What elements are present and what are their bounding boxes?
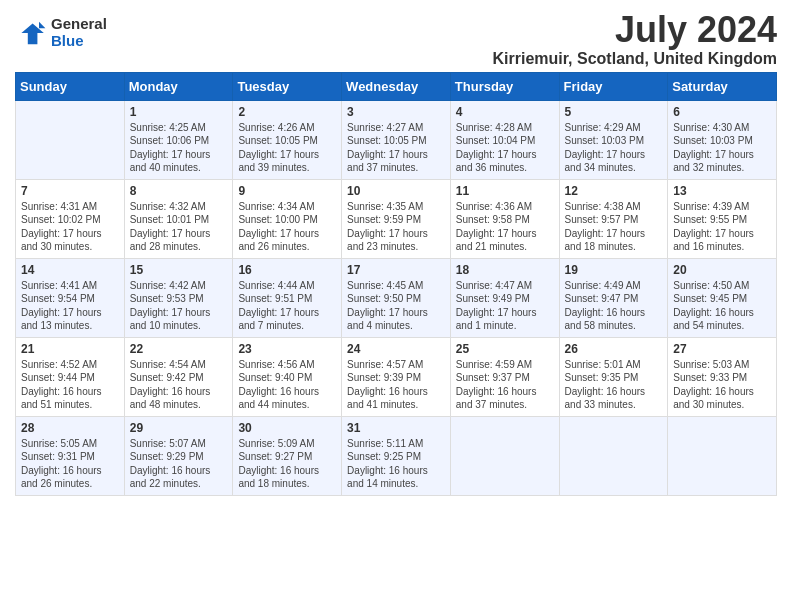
cell-content: Sunrise: 5:01 AM Sunset: 9:35 PM Dayligh…	[565, 358, 663, 412]
cell-content: Sunrise: 4:49 AM Sunset: 9:47 PM Dayligh…	[565, 279, 663, 333]
day-number: 27	[673, 342, 771, 356]
day-number: 26	[565, 342, 663, 356]
cell-content: Sunrise: 4:32 AM Sunset: 10:01 PM Daylig…	[130, 200, 228, 254]
location-subtitle: Kirriemuir, Scotland, United Kingdom	[493, 50, 777, 68]
cell-content: Sunrise: 4:25 AM Sunset: 10:06 PM Daylig…	[130, 121, 228, 175]
day-number: 12	[565, 184, 663, 198]
day-number: 7	[21, 184, 119, 198]
cell-content: Sunrise: 4:44 AM Sunset: 9:51 PM Dayligh…	[238, 279, 336, 333]
calendar-cell: 13Sunrise: 4:39 AM Sunset: 9:55 PM Dayli…	[668, 179, 777, 258]
calendar-week-row: 7Sunrise: 4:31 AM Sunset: 10:02 PM Dayli…	[16, 179, 777, 258]
cell-content: Sunrise: 4:45 AM Sunset: 9:50 PM Dayligh…	[347, 279, 445, 333]
cell-content: Sunrise: 5:05 AM Sunset: 9:31 PM Dayligh…	[21, 437, 119, 491]
calendar-body: 1Sunrise: 4:25 AM Sunset: 10:06 PM Dayli…	[16, 100, 777, 495]
calendar-cell: 3Sunrise: 4:27 AM Sunset: 10:05 PM Dayli…	[342, 100, 451, 179]
day-of-week-header: Saturday	[668, 72, 777, 100]
day-number: 4	[456, 105, 554, 119]
day-number: 6	[673, 105, 771, 119]
day-number: 21	[21, 342, 119, 356]
month-year-title: July 2024	[493, 10, 777, 50]
logo-icon	[15, 17, 47, 49]
logo-text: General Blue	[51, 16, 107, 49]
day-number: 31	[347, 421, 445, 435]
cell-content: Sunrise: 4:59 AM Sunset: 9:37 PM Dayligh…	[456, 358, 554, 412]
day-number: 16	[238, 263, 336, 277]
calendar-cell: 11Sunrise: 4:36 AM Sunset: 9:58 PM Dayli…	[450, 179, 559, 258]
day-of-week-header: Thursday	[450, 72, 559, 100]
page-header: General Blue July 2024 Kirriemuir, Scotl…	[15, 10, 777, 68]
calendar-cell: 15Sunrise: 4:42 AM Sunset: 9:53 PM Dayli…	[124, 258, 233, 337]
calendar-cell: 2Sunrise: 4:26 AM Sunset: 10:05 PM Dayli…	[233, 100, 342, 179]
cell-content: Sunrise: 5:11 AM Sunset: 9:25 PM Dayligh…	[347, 437, 445, 491]
cell-content: Sunrise: 4:29 AM Sunset: 10:03 PM Daylig…	[565, 121, 663, 175]
calendar-cell: 29Sunrise: 5:07 AM Sunset: 9:29 PM Dayli…	[124, 416, 233, 495]
day-number: 3	[347, 105, 445, 119]
calendar-cell: 16Sunrise: 4:44 AM Sunset: 9:51 PM Dayli…	[233, 258, 342, 337]
cell-content: Sunrise: 4:35 AM Sunset: 9:59 PM Dayligh…	[347, 200, 445, 254]
day-number: 17	[347, 263, 445, 277]
calendar-cell: 23Sunrise: 4:56 AM Sunset: 9:40 PM Dayli…	[233, 337, 342, 416]
day-of-week-header: Wednesday	[342, 72, 451, 100]
cell-content: Sunrise: 4:54 AM Sunset: 9:42 PM Dayligh…	[130, 358, 228, 412]
day-number: 22	[130, 342, 228, 356]
cell-content: Sunrise: 4:42 AM Sunset: 9:53 PM Dayligh…	[130, 279, 228, 333]
cell-content: Sunrise: 5:07 AM Sunset: 9:29 PM Dayligh…	[130, 437, 228, 491]
day-number: 29	[130, 421, 228, 435]
day-of-week-header: Friday	[559, 72, 668, 100]
calendar-week-row: 1Sunrise: 4:25 AM Sunset: 10:06 PM Dayli…	[16, 100, 777, 179]
day-number: 24	[347, 342, 445, 356]
calendar-cell: 4Sunrise: 4:28 AM Sunset: 10:04 PM Dayli…	[450, 100, 559, 179]
cell-content: Sunrise: 4:27 AM Sunset: 10:05 PM Daylig…	[347, 121, 445, 175]
day-number: 19	[565, 263, 663, 277]
calendar-cell	[668, 416, 777, 495]
cell-content: Sunrise: 4:41 AM Sunset: 9:54 PM Dayligh…	[21, 279, 119, 333]
cell-content: Sunrise: 4:26 AM Sunset: 10:05 PM Daylig…	[238, 121, 336, 175]
cell-content: Sunrise: 4:28 AM Sunset: 10:04 PM Daylig…	[456, 121, 554, 175]
calendar-week-row: 14Sunrise: 4:41 AM Sunset: 9:54 PM Dayli…	[16, 258, 777, 337]
calendar-cell: 12Sunrise: 4:38 AM Sunset: 9:57 PM Dayli…	[559, 179, 668, 258]
day-number: 25	[456, 342, 554, 356]
cell-content: Sunrise: 4:31 AM Sunset: 10:02 PM Daylig…	[21, 200, 119, 254]
calendar-cell: 24Sunrise: 4:57 AM Sunset: 9:39 PM Dayli…	[342, 337, 451, 416]
day-number: 5	[565, 105, 663, 119]
day-of-week-header: Tuesday	[233, 72, 342, 100]
day-number: 2	[238, 105, 336, 119]
day-number: 18	[456, 263, 554, 277]
day-number: 10	[347, 184, 445, 198]
calendar-cell: 6Sunrise: 4:30 AM Sunset: 10:03 PM Dayli…	[668, 100, 777, 179]
calendar-cell: 20Sunrise: 4:50 AM Sunset: 9:45 PM Dayli…	[668, 258, 777, 337]
day-number: 30	[238, 421, 336, 435]
title-area: July 2024 Kirriemuir, Scotland, United K…	[493, 10, 777, 68]
calendar-cell: 8Sunrise: 4:32 AM Sunset: 10:01 PM Dayli…	[124, 179, 233, 258]
calendar-cell: 5Sunrise: 4:29 AM Sunset: 10:03 PM Dayli…	[559, 100, 668, 179]
calendar-cell: 7Sunrise: 4:31 AM Sunset: 10:02 PM Dayli…	[16, 179, 125, 258]
day-number: 28	[21, 421, 119, 435]
calendar-cell: 30Sunrise: 5:09 AM Sunset: 9:27 PM Dayli…	[233, 416, 342, 495]
calendar-week-row: 21Sunrise: 4:52 AM Sunset: 9:44 PM Dayli…	[16, 337, 777, 416]
calendar-cell: 18Sunrise: 4:47 AM Sunset: 9:49 PM Dayli…	[450, 258, 559, 337]
calendar-cell: 27Sunrise: 5:03 AM Sunset: 9:33 PM Dayli…	[668, 337, 777, 416]
day-number: 9	[238, 184, 336, 198]
calendar-header: SundayMondayTuesdayWednesdayThursdayFrid…	[16, 72, 777, 100]
day-of-week-header: Monday	[124, 72, 233, 100]
calendar-cell: 22Sunrise: 4:54 AM Sunset: 9:42 PM Dayli…	[124, 337, 233, 416]
calendar-cell: 19Sunrise: 4:49 AM Sunset: 9:47 PM Dayli…	[559, 258, 668, 337]
calendar-cell: 1Sunrise: 4:25 AM Sunset: 10:06 PM Dayli…	[124, 100, 233, 179]
calendar-cell: 10Sunrise: 4:35 AM Sunset: 9:59 PM Dayli…	[342, 179, 451, 258]
cell-content: Sunrise: 5:03 AM Sunset: 9:33 PM Dayligh…	[673, 358, 771, 412]
cell-content: Sunrise: 4:30 AM Sunset: 10:03 PM Daylig…	[673, 121, 771, 175]
day-number: 13	[673, 184, 771, 198]
cell-content: Sunrise: 4:36 AM Sunset: 9:58 PM Dayligh…	[456, 200, 554, 254]
day-of-week-header: Sunday	[16, 72, 125, 100]
calendar-cell: 17Sunrise: 4:45 AM Sunset: 9:50 PM Dayli…	[342, 258, 451, 337]
cell-content: Sunrise: 4:52 AM Sunset: 9:44 PM Dayligh…	[21, 358, 119, 412]
day-number: 15	[130, 263, 228, 277]
calendar-cell: 28Sunrise: 5:05 AM Sunset: 9:31 PM Dayli…	[16, 416, 125, 495]
day-number: 11	[456, 184, 554, 198]
calendar-cell	[16, 100, 125, 179]
logo-general-text: General	[51, 16, 107, 33]
cell-content: Sunrise: 4:56 AM Sunset: 9:40 PM Dayligh…	[238, 358, 336, 412]
logo-blue-text: Blue	[51, 33, 107, 50]
cell-content: Sunrise: 4:47 AM Sunset: 9:49 PM Dayligh…	[456, 279, 554, 333]
calendar-cell: 25Sunrise: 4:59 AM Sunset: 9:37 PM Dayli…	[450, 337, 559, 416]
